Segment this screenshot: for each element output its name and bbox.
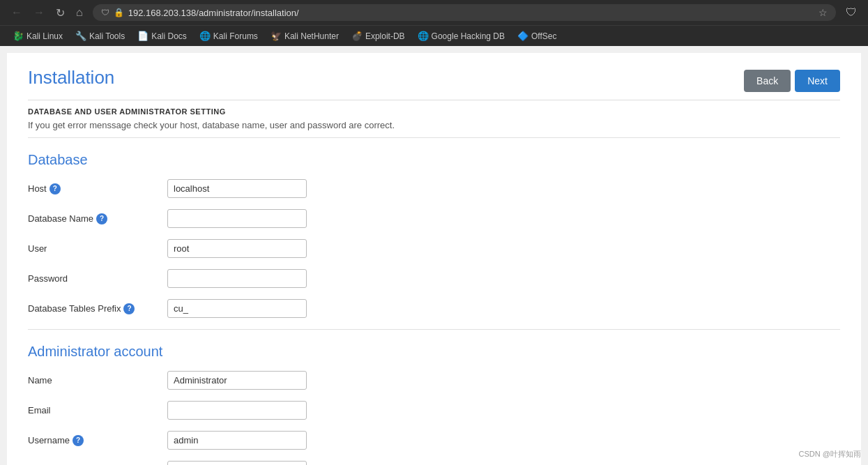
admin-name-label: Name — [28, 375, 167, 386]
section-subtitle: DATABASE AND USER ADMINISTRATOR SETTING — [28, 107, 840, 116]
user-label-text: User — [28, 243, 47, 254]
bookmark-nethunter[interactable]: 🦅 Kali NetHunter — [265, 29, 344, 43]
form-row-prefix: Database Tables Prefix ? — [28, 299, 840, 318]
db-user-input[interactable] — [167, 239, 307, 258]
back-button[interactable]: Back — [744, 70, 791, 92]
host-help-badge[interactable]: ? — [50, 183, 61, 195]
section-divider — [28, 137, 840, 138]
back-nav-button[interactable]: ← — [7, 5, 26, 20]
browser-chrome: ← → ↻ ⌂ 🛡 🔒 192.168.203.138/administrato… — [0, 0, 868, 25]
bookmark-kali-docs[interactable]: 📄 Kali Docs — [132, 29, 192, 43]
form-row-host: Host ? — [28, 179, 840, 198]
bookmark-ghdb[interactable]: 🌐 Google Hacking DB — [412, 29, 510, 43]
db-name-input[interactable] — [167, 209, 307, 228]
bookmark-kali-forums[interactable]: 🌐 Kali Forums — [194, 29, 264, 43]
address-bar[interactable]: 🛡 🔒 192.168.203.138/administrator/instal… — [93, 4, 836, 21]
admin-username-input[interactable] — [167, 431, 307, 450]
admin-email-input[interactable] — [167, 401, 307, 420]
bookmark-exploitdb-label: Exploit-DB — [365, 31, 405, 41]
password-label-text: Password — [28, 273, 68, 284]
form-row-password: Password — [28, 269, 840, 288]
form-row-dbname: Database Name ? — [28, 209, 840, 228]
kali-docs-icon: 📄 — [137, 31, 149, 41]
admin-password-input[interactable] — [167, 461, 307, 465]
security-icon: 🛡 — [101, 8, 109, 17]
bookmark-nethunter-label: Kali NetHunter — [284, 31, 339, 41]
top-nav-buttons: Back Next — [744, 70, 840, 92]
form-row-admin-username: Username ? — [28, 431, 840, 450]
dbname-help-badge[interactable]: ? — [96, 213, 107, 224]
nav-buttons: ← → ↻ ⌂ — [7, 5, 87, 21]
ghdb-icon: 🌐 — [418, 31, 429, 41]
admin-username-label: Username ? — [28, 435, 167, 446]
form-row-user: User — [28, 239, 840, 258]
bookmark-offsec-label: OffSec — [531, 31, 556, 41]
bookmark-kali-linux[interactable]: 🐉 Kali Linux — [7, 29, 68, 43]
reload-button[interactable]: ↻ — [52, 5, 69, 21]
bookmark-star-icon[interactable]: ☆ — [818, 7, 828, 18]
host-label-text: Host — [28, 183, 47, 194]
bookmark-kali-forums-label: Kali Forums — [213, 31, 258, 41]
dbname-label-text: Database Name — [28, 213, 93, 224]
bookmark-kali-linux-label: Kali Linux — [26, 31, 63, 41]
bookmark-kali-docs-label: Kali Docs — [151, 31, 187, 41]
host-label: Host ? — [28, 183, 167, 195]
admin-email-label-text: Email — [28, 405, 51, 416]
kali-tools-icon: 🔧 — [75, 31, 86, 41]
bookmark-ghdb-label: Google Hacking DB — [432, 31, 505, 41]
db-prefix-input[interactable] — [167, 299, 307, 318]
user-label: User — [28, 243, 167, 254]
form-row-admin-email: Email — [28, 401, 840, 420]
prefix-help-badge[interactable]: ? — [123, 303, 135, 314]
bookmark-kali-tools[interactable]: 🔧 Kali Tools — [70, 29, 130, 43]
username-help-badge[interactable]: ? — [73, 435, 84, 446]
next-button[interactable]: Next — [795, 70, 840, 92]
nethunter-icon: 🦅 — [271, 31, 282, 41]
db-password-input[interactable] — [167, 269, 307, 288]
url-display: 192.168.203.138/administrator/installati… — [128, 8, 814, 18]
admin-section-heading: Administrator account — [28, 344, 840, 360]
form-row-admin-password: Password ? — [28, 461, 840, 465]
admin-name-input[interactable] — [167, 371, 307, 390]
admin-name-label-text: Name — [28, 375, 52, 386]
page-title: Installation — [28, 67, 840, 89]
prefix-label: Database Tables Prefix ? — [28, 303, 167, 314]
home-button[interactable]: ⌂ — [72, 5, 87, 20]
bookmarks-bar: 🐉 Kali Linux 🔧 Kali Tools 📄 Kali Docs 🌐 … — [0, 25, 868, 46]
form-row-admin-name: Name — [28, 371, 840, 390]
password-label: Password — [28, 273, 167, 284]
prefix-label-text: Database Tables Prefix — [28, 303, 121, 314]
bookmark-offsec[interactable]: 🔷 OffSec — [512, 29, 562, 43]
admin-email-label: Email — [28, 405, 167, 416]
admin-divider — [28, 329, 840, 330]
section-description: If you get error menssage check your hos… — [28, 120, 840, 130]
bookmark-exploitdb[interactable]: 💣 Exploit-DB — [346, 29, 411, 43]
database-section-heading: Database — [28, 152, 840, 168]
watermark: CSDN @叶挥知雨 — [799, 449, 861, 459]
exploitdb-icon: 💣 — [351, 31, 363, 41]
admin-username-label-text: Username — [28, 435, 70, 445]
bookmark-kali-tools-label: Kali Tools — [89, 31, 125, 41]
dbname-label: Database Name ? — [28, 213, 167, 224]
extension-icon: 🛡 — [842, 5, 861, 20]
db-host-input[interactable] — [167, 179, 307, 198]
offsec-icon: 🔷 — [517, 31, 528, 41]
lock-icon: 🔒 — [114, 8, 124, 17]
page-content: Installation DATABASE AND USER ADMINISTR… — [7, 53, 861, 465]
forward-nav-button[interactable]: → — [29, 5, 49, 20]
kali-linux-icon: 🐉 — [13, 31, 24, 41]
section-header: DATABASE AND USER ADMINISTRATOR SETTING … — [28, 100, 840, 130]
kali-forums-icon: 🌐 — [199, 31, 211, 41]
